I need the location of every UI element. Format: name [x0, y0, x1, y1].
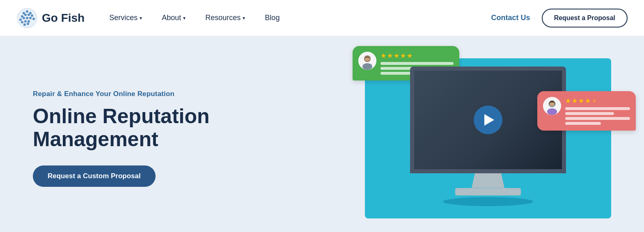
chevron-down-icon: ▾: [140, 15, 142, 21]
svg-point-2: [26, 10, 28, 13]
svg-point-6: [28, 14, 30, 16]
svg-point-5: [24, 14, 27, 16]
hero-illustration-area: ★ ★ ★ ★ ★: [246, 36, 611, 232]
svg-point-7: [31, 14, 33, 17]
logo-icon: [16, 7, 38, 29]
nav-resources[interactable]: Resources ▾: [205, 14, 245, 22]
hero-section: Repair & Enhance Your Online Reputation …: [0, 36, 644, 232]
svg-point-24: [547, 108, 557, 115]
bubble-text-lines-red: [565, 107, 630, 125]
logo-text: Go Fish: [42, 11, 85, 25]
monitor-illustration: [410, 67, 566, 206]
nav-right: Contact Us Request a Proposal: [491, 9, 628, 28]
nav-services[interactable]: Services ▾: [109, 14, 142, 22]
svg-point-15: [28, 20, 30, 23]
svg-point-14: [24, 20, 27, 23]
svg-point-12: [32, 18, 35, 20]
main-nav: Services ▾ About ▾ Resources ▾ Blog: [109, 14, 491, 22]
star-rating-green: ★ ★ ★ ★ ★: [380, 52, 454, 60]
nav-blog[interactable]: Blog: [265, 14, 280, 22]
contact-link[interactable]: Contact Us: [491, 14, 530, 22]
svg-point-16: [23, 23, 26, 26]
avatar-female: [543, 97, 561, 115]
hero-cta-button[interactable]: Request a Custom Proposal: [33, 165, 156, 187]
illustration-container: ★ ★ ★ ★ ★: [365, 58, 611, 218]
svg-point-9: [23, 17, 25, 19]
proposal-button[interactable]: Request a Proposal: [542, 9, 628, 28]
logo-link[interactable]: Go Fish: [16, 7, 85, 29]
chevron-down-icon: ▾: [243, 15, 245, 21]
svg-point-17: [27, 23, 29, 25]
avatar-male: [358, 52, 376, 70]
play-button-icon: [474, 106, 502, 134]
svg-point-13: [21, 21, 23, 23]
svg-point-10: [26, 17, 28, 19]
header: Go Fish Services ▾ About ▾ Resources ▾ B…: [0, 0, 644, 36]
hero-subtitle: Repair & Enhance Your Online Reputation: [33, 90, 246, 98]
svg-point-8: [19, 18, 22, 21]
hero-title: Online Reputation Management: [33, 105, 246, 151]
review-bubble-red: ★ ★ ★ ★ ★: [537, 91, 636, 131]
hero-content: Repair & Enhance Your Online Reputation …: [33, 82, 246, 187]
nav-about[interactable]: About ▾: [162, 14, 186, 22]
svg-point-11: [29, 17, 32, 19]
star-rating-red: ★ ★ ★ ★ ★: [565, 97, 630, 105]
bubble-red-content: ★ ★ ★ ★ ★: [565, 97, 630, 125]
chevron-down-icon: ▾: [183, 15, 186, 21]
svg-point-20: [362, 63, 372, 70]
